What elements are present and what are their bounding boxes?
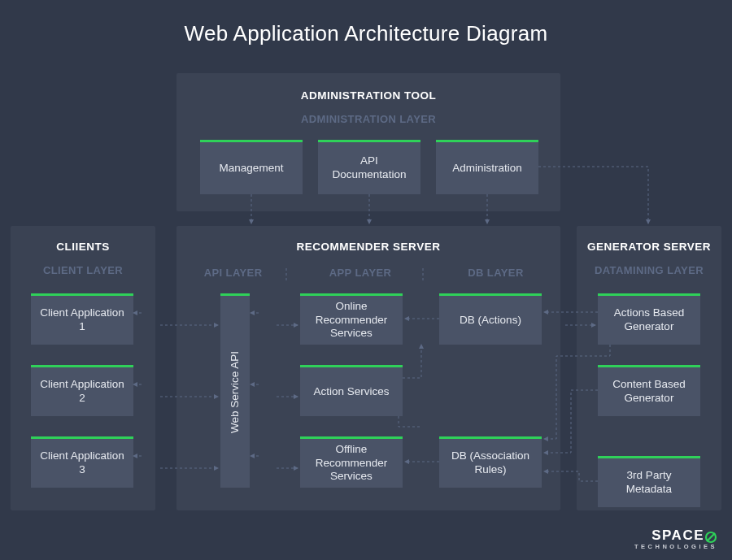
client-app-1-node: Client Application 1	[31, 293, 133, 345]
management-label: Management	[220, 162, 284, 176]
api-documentation-label: API Documentation	[325, 154, 414, 182]
app-layer-title: APP LAYER	[290, 267, 431, 279]
db-actions-label: DB (Actions)	[460, 314, 521, 328]
client-app-3-label: Client Application 3	[37, 449, 127, 477]
administration-layer-title: ADMINISTRATION LAYER	[176, 102, 560, 125]
action-services-label: Action Services	[313, 385, 389, 399]
db-association-rules-node: DB (Association Rules)	[439, 436, 542, 488]
actions-based-generator-label: Actions Based Generator	[604, 306, 694, 334]
db-association-rules-label: DB (Association Rules)	[446, 449, 535, 477]
brand-name: SPACE	[651, 527, 704, 543]
datamining-layer-title: DATAMINING LAYER	[577, 253, 721, 276]
brand-logo: SPACE TECHNOLOGIES	[634, 527, 717, 550]
action-services-node: Action Services	[300, 365, 403, 416]
client-app-3-node: Client Application 3	[31, 436, 133, 488]
api-layer-title: API LAYER	[176, 267, 290, 279]
client-app-2-label: Client Application 2	[37, 378, 127, 406]
generator-server-title: GENERATOR SERVER	[577, 226, 721, 253]
clients-title: CLIIENTS	[11, 226, 155, 253]
client-layer-title: CLIENT LAYER	[11, 253, 155, 276]
client-app-1-label: Client Application 1	[37, 306, 127, 334]
administration-node: Administration	[436, 140, 538, 194]
administration-tool-title: ADMINISTRATION TOOL	[176, 73, 560, 102]
online-recommender-node: Online Recommender Services	[300, 293, 403, 345]
actions-based-generator-node: Actions Based Generator	[598, 293, 700, 345]
web-service-api-node: Web Service API	[220, 293, 250, 488]
brand-accent-icon	[704, 528, 717, 545]
recommender-server-title: RECOMMENDER SERVER	[176, 226, 560, 253]
third-party-metadata-node: 3rd Party Metadata	[598, 456, 700, 507]
diagram-title: Web Application Architecture Diagram	[0, 0, 732, 53]
third-party-metadata-label: 3rd Party Metadata	[604, 469, 694, 497]
db-layer-title: DB LAYER	[431, 267, 560, 279]
client-app-2-node: Client Application 2	[31, 365, 133, 416]
brand-subtitle: TECHNOLOGIES	[634, 543, 717, 550]
content-based-generator-label: Content Based Generator	[604, 378, 694, 406]
administration-label: Administration	[452, 162, 522, 176]
online-recommender-label: Online Recommender Services	[307, 300, 396, 341]
web-service-api-label: Web Service API	[229, 350, 242, 432]
content-based-generator-node: Content Based Generator	[598, 365, 700, 416]
management-node: Management	[200, 140, 303, 194]
offline-recommender-label: Offline Recommender Services	[307, 443, 396, 484]
api-documentation-node: API Documentation	[318, 140, 420, 194]
offline-recommender-node: Offline Recommender Services	[300, 436, 403, 488]
db-actions-node: DB (Actions)	[439, 293, 542, 345]
